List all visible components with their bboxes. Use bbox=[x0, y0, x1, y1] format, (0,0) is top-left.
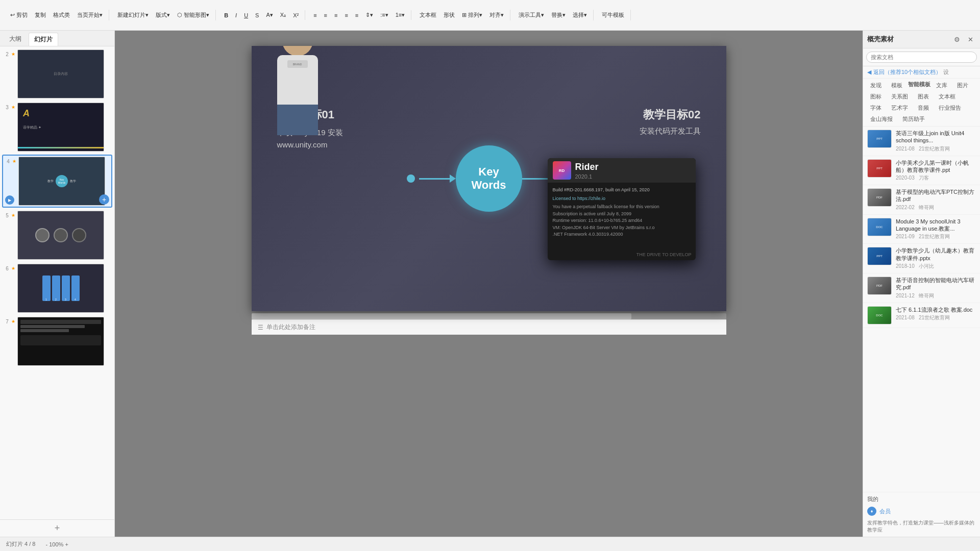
rider-net: .NET Framework 4.0.30319.42000 bbox=[553, 231, 691, 238]
slide-star-5: ★ bbox=[11, 213, 17, 218]
align-justify-button[interactable]: ≡ bbox=[341, 11, 351, 20]
toolbar-group-template: 可牛模板 bbox=[596, 10, 631, 20]
resource-item-4[interactable]: PPT 小学数学少儿（幼儿趣木）教育教学课件.pptx 2018-10 小河比 bbox=[863, 244, 980, 273]
rider-title: Rider bbox=[575, 162, 599, 172]
format-button[interactable]: 格式类 bbox=[50, 10, 73, 20]
toolbar-group-undo: ↩ 剪切 复制 格式类 当页开始▾ bbox=[4, 10, 109, 20]
bold-button[interactable]: B bbox=[221, 11, 231, 20]
resource-item-0[interactable]: PPT 英语三年级上join in版 Unit4 school things..… bbox=[863, 127, 980, 156]
fontcolor-button[interactable]: A▾ bbox=[263, 10, 276, 20]
cat-tab-image[interactable]: 图片 bbox=[953, 81, 972, 90]
shape-button[interactable]: 形状 bbox=[440, 10, 458, 20]
slide-item-5[interactable]: 5 ★ bbox=[2, 210, 112, 261]
slide-thumb-7 bbox=[17, 317, 104, 366]
format2-button[interactable]: 版式▾ bbox=[153, 10, 173, 20]
notes-icon: ☰ bbox=[258, 324, 263, 331]
resource-item-1[interactable]: PPT 小学美术少儿第一课时（小帆船）教育教学课件.ppt 2020-03 刀客 bbox=[863, 156, 980, 186]
cat-tab-relation[interactable]: 关系图 bbox=[887, 92, 912, 102]
superscript-button[interactable]: X² bbox=[290, 11, 302, 20]
close-panel-icon[interactable]: ✕ bbox=[965, 34, 976, 45]
pageview-button[interactable]: 当页开始▾ bbox=[74, 10, 106, 20]
breadcrumb-text[interactable]: 返回（推荐10个相似文档） bbox=[873, 68, 941, 76]
resource-item-2[interactable]: PDF 基于模型的电动汽车PTC控制方法.pdf 2022-02 蜂哥网 bbox=[863, 185, 980, 215]
breadcrumb-back[interactable]: ◀ bbox=[867, 69, 871, 76]
animation-button[interactable]: 演示工具▾ bbox=[516, 10, 547, 20]
add-slide-button[interactable]: + bbox=[0, 519, 114, 537]
textbox-button[interactable]: 文本框 bbox=[416, 10, 439, 20]
underline-button[interactable]: U bbox=[241, 11, 251, 20]
select-button[interactable]: 选择▾ bbox=[570, 10, 590, 20]
subscript-button[interactable]: X₂ bbox=[277, 10, 289, 20]
cat-tab-discover[interactable]: 发现 bbox=[866, 81, 886, 90]
resource-date-4: 2018-10 bbox=[896, 263, 915, 269]
breadcrumb-settings[interactable]: 设 bbox=[943, 68, 949, 76]
rider-popup[interactable]: RD Rider 2020.1 Build #RD-201.6668.197, … bbox=[548, 158, 696, 260]
align-right-button[interactable]: ≡ bbox=[331, 11, 340, 20]
resource-date-6: 2021-08 bbox=[896, 315, 915, 320]
cat-tab-icon[interactable]: 图标 bbox=[866, 92, 886, 102]
copy-button[interactable]: 复制 bbox=[32, 10, 49, 20]
slides-list: 2 ★ 目录内容 3 ★ A 语学精晶 ✦ bbox=[0, 46, 114, 519]
slide-item-7[interactable]: 7 ★ bbox=[2, 316, 112, 367]
rider-subscription: Subscription is active until July 8, 209… bbox=[553, 211, 691, 218]
undo-button[interactable]: ↩ 剪切 bbox=[7, 10, 31, 20]
align-left-button[interactable]: ≡ bbox=[310, 11, 320, 20]
slide-item-4[interactable]: 4 ★ 教学 KeyWords 教学 ▶ + bbox=[2, 155, 112, 208]
resource-item-5[interactable]: PDF 基于语音控制的智能电动汽车研究.pdf 2021-12 蜂哥网 bbox=[863, 273, 980, 303]
teach-goal-right: 教学目标02 安装代码开发工具 bbox=[640, 107, 701, 136]
arrange-button[interactable]: ⊞ 排列▾ bbox=[459, 10, 485, 20]
cat-tab-smart[interactable]: 智能模板 bbox=[908, 81, 930, 90]
resource-item-6[interactable]: DOC 七下 6.1.1流浪者之歌 教案.doc 2021-08 21世纪教育网 bbox=[863, 303, 980, 328]
template-button[interactable]: 可牛模板 bbox=[599, 10, 627, 20]
resource-thumb-3: DOC bbox=[867, 218, 892, 236]
tab-slides[interactable]: 幻灯片 bbox=[29, 33, 58, 46]
italic-button[interactable]: I bbox=[232, 11, 240, 20]
search-input[interactable] bbox=[866, 52, 977, 63]
add-layout-button[interactable]: + bbox=[99, 194, 109, 205]
cat-tab-template[interactable]: 模板 bbox=[887, 81, 906, 90]
member-row[interactable]: ♦ 会员 bbox=[867, 505, 976, 517]
cat-tab-chart[interactable]: 图表 bbox=[914, 92, 933, 102]
canvas-scrollbar-thumb bbox=[252, 313, 631, 319]
cat-tab-audio[interactable]: 音频 bbox=[914, 103, 933, 113]
slide-item-3[interactable]: 3 ★ A 语学精晶 ✦ bbox=[2, 102, 112, 153]
numbering-button[interactable]: 1≡▾ bbox=[393, 10, 408, 20]
slide-item-2[interactable]: 2 ★ 目录内容 bbox=[2, 48, 112, 99]
strikethrough-button[interactable]: S bbox=[252, 11, 262, 20]
notes-text[interactable]: 单击此处添加备注 bbox=[266, 323, 315, 332]
toolbar-group-textbox: 文本框 形状 ⊞ 排列▾ 对齐▾ bbox=[413, 10, 510, 20]
align2-button[interactable]: 对齐▾ bbox=[486, 10, 507, 20]
zoom-controls[interactable]: - 100% + bbox=[45, 541, 68, 547]
cat-tab-poster[interactable]: 金山海报 bbox=[866, 114, 897, 124]
cat-tab-font[interactable]: 字体 bbox=[866, 103, 886, 113]
resource-meta-4: 2018-10 小河比 bbox=[896, 263, 976, 270]
line-spacing-button[interactable]: ⇕▾ bbox=[362, 10, 376, 20]
canvas-scrollbar[interactable] bbox=[252, 313, 726, 319]
new-slide-button[interactable]: 新建幻灯片▾ bbox=[114, 10, 152, 20]
slide-number-6: 6 bbox=[3, 266, 11, 271]
replace-button[interactable]: 替换▾ bbox=[548, 10, 569, 20]
cat-tab-library[interactable]: 文库 bbox=[932, 81, 951, 90]
align-center-button[interactable]: ≡ bbox=[321, 11, 330, 20]
distribute-button[interactable]: ≡ bbox=[352, 11, 361, 20]
resource-thumb-0: PPT bbox=[867, 130, 892, 148]
slide-item-6[interactable]: 6 ★ 1 2 3 4 bbox=[2, 263, 112, 314]
my-label: 我的 bbox=[867, 495, 976, 503]
cat-tab-report[interactable]: 行业报告 bbox=[935, 103, 965, 113]
rider-logo-text: RD bbox=[559, 168, 565, 173]
resource-item-3[interactable]: DOC Module 3 My schoolUnit 3 Language in… bbox=[863, 215, 980, 244]
cat-tab-textbox[interactable]: 文本框 bbox=[935, 92, 960, 102]
tab-outline[interactable]: 大纲 bbox=[4, 33, 27, 46]
cat-tab-resume[interactable]: 简历助手 bbox=[898, 114, 929, 124]
cat-tab-artword[interactable]: 艺术字 bbox=[887, 103, 912, 113]
play-button[interactable]: ▶ bbox=[5, 195, 14, 205]
slide-number-3: 3 bbox=[3, 105, 11, 110]
nav-breadcrumb: ◀ 返回（推荐10个相似文档） 设 bbox=[863, 66, 980, 79]
smartshape-button[interactable]: ⬡ 智能形图▾ bbox=[174, 10, 212, 20]
settings-icon[interactable]: ⚙ bbox=[951, 34, 963, 45]
rider-vm: VM: OpenJDK 64-Bit Server VM by JetBrain… bbox=[553, 224, 691, 232]
avatar-pants bbox=[277, 105, 318, 135]
resource-list: PPT 英语三年级上join in版 Unit4 school things..… bbox=[863, 127, 980, 492]
bullets-button[interactable]: :≡▾ bbox=[377, 10, 391, 20]
resource-date-2: 2022-02 bbox=[896, 205, 915, 210]
